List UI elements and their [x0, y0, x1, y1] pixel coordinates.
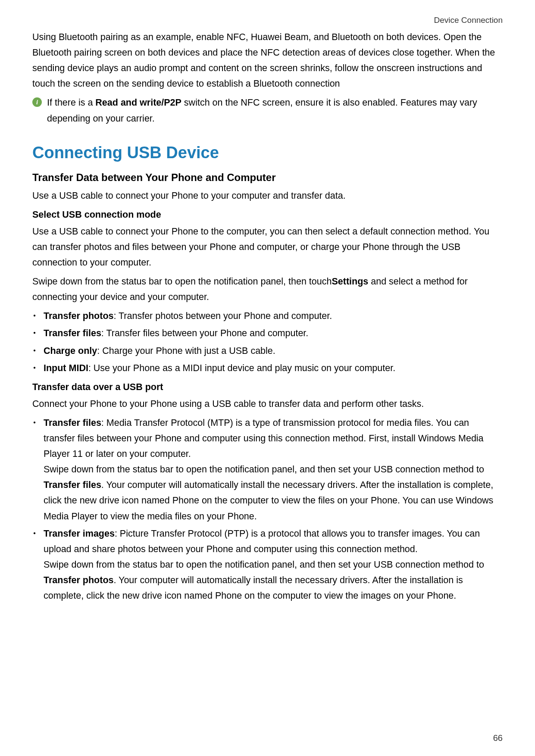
list-item-rest: : Use your Phone as a MIDI input device … [88, 363, 395, 373]
page-number: 66 [493, 733, 503, 743]
sub-title: Transfer Data between Your Phone and Com… [32, 172, 503, 184]
list-item: Charge only: Charge your Phone with just… [32, 343, 503, 359]
list-item-rest: : Charge your Phone with just a USB cabl… [97, 346, 275, 356]
list-item: Transfer files: Transfer files between y… [32, 325, 503, 341]
transfer-port-heading: Transfer data over a USB port [32, 382, 503, 393]
port-list: Transfer files: Media Transfer Protocol … [32, 415, 503, 603]
transfer-port-intro: Connect your Phone to your Phone using a… [32, 396, 503, 412]
note-bold: Read and write/P2P [95, 97, 181, 108]
swipe-before: Swipe down from the status bar to open t… [32, 276, 332, 287]
list-item-rest: : Transfer files between your Phone and … [101, 328, 308, 338]
list-item: Input MIDI: Use your Phone as a MIDI inp… [32, 360, 503, 376]
note: i If there is a Read and write/P2P switc… [32, 95, 503, 126]
list-item-bold: Input MIDI [44, 363, 88, 373]
list-item: Transfer files: Media Transfer Protocol … [32, 415, 503, 524]
note-before: If there is a [47, 97, 95, 108]
list-item-bold: Transfer photos [44, 311, 113, 321]
page: Device Connection Using Bluetooth pairin… [0, 0, 535, 756]
list-item-bold: Transfer files [44, 418, 101, 428]
list-item: Transfer images: Picture Transfer Protoc… [32, 526, 503, 604]
note-text: If there is a Read and write/P2P switch … [47, 95, 503, 126]
list-item-bold: Charge only [44, 346, 97, 356]
list-item: Transfer photos: Transfer photos between… [32, 308, 503, 324]
list-item-rest: : Media Transfer Protocol (MTP) is a typ… [44, 418, 484, 459]
section-title: Connecting USB Device [32, 144, 503, 162]
swipe-para: Swipe down from the status bar to open t… [32, 274, 503, 305]
info-icon: i [32, 97, 42, 107]
intro-paragraph: Using Bluetooth pairing as an example, e… [32, 29, 503, 91]
select-mode-para: Use a USB cable to connect your Phone to… [32, 224, 503, 270]
list-item-para2-before: Swipe down from the status bar to open t… [44, 559, 484, 570]
list-item-para2-bold: Transfer photos [44, 575, 113, 585]
sub-intro: Use a USB cable to connect your Phone to… [32, 188, 503, 203]
mode-list: Transfer photos: Transfer photos between… [32, 308, 503, 375]
list-item-bold: Transfer files [44, 328, 101, 338]
list-item-para2-bold: Transfer files [44, 480, 101, 490]
list-item-bold: Transfer images [44, 528, 115, 539]
select-mode-heading: Select USB connection mode [32, 209, 503, 220]
list-item-rest: : Transfer photos between your Phone and… [113, 311, 332, 321]
list-item-para2-before: Swipe down from the status bar to open t… [44, 464, 484, 475]
swipe-bold: Settings [332, 276, 368, 287]
page-header: Device Connection [32, 16, 503, 25]
list-item-para2-after: . Your computer will automatically insta… [44, 480, 493, 521]
